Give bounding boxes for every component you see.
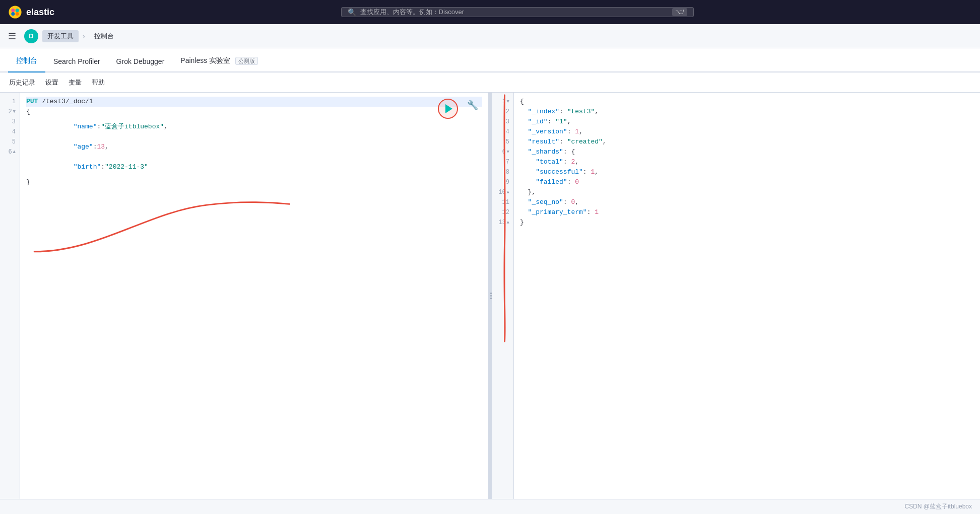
variables-button[interactable]: 变量 [68, 76, 83, 89]
settings-button[interactable]: 设置 [44, 76, 59, 89]
code-line-3: "name":"蓝盒子itbluebox", [26, 117, 482, 137]
history-button[interactable]: 历史记录 [8, 76, 36, 89]
svg-point-0 [9, 6, 21, 18]
run-button[interactable] [438, 99, 458, 119]
code-line-1: PUT /test3/_doc/1 [26, 97, 482, 107]
svg-point-4 [16, 12, 19, 16]
footer: CSDN @蓝盒子itbluebox [0, 499, 980, 514]
code-line-2: { [26, 107, 482, 117]
editor-code-area[interactable]: PUT /test3/_doc/1 { "name":"蓝盒子itbluebox… [20, 93, 488, 499]
breadcrumb-bar: ☰ D 开发工具 › 控制台 [0, 24, 980, 48]
tab-console[interactable]: 控制台 [8, 56, 45, 72]
tab-grok-debugger[interactable]: Grok Debugger [108, 57, 173, 72]
response-line-numbers: 1 ▼ 2 3 4 5 6 ▼ 7 8 9 10 ▲ 11 12 13 ▲ [492, 93, 514, 499]
svg-point-3 [11, 12, 15, 16]
main-content: 1 2 ▼ 3 4 5 6 ▲ PUT /test3/_doc/1 { "nam… [0, 93, 980, 499]
code-line-5: "birth":"2022-11-3" [26, 157, 482, 177]
editor-line-numbers: 1 2 ▼ 3 4 5 6 ▲ [0, 93, 20, 499]
code-line-4: "age":13, [26, 137, 482, 157]
user-avatar[interactable]: D [24, 29, 38, 43]
breadcrumb-devtools[interactable]: 开发工具 [42, 30, 79, 42]
breadcrumb-separator: › [83, 32, 85, 40]
svg-point-1 [11, 9, 15, 12]
play-icon [445, 104, 452, 113]
beta-badge: 公测版 [235, 57, 258, 65]
search-shortcut: ⌥/ [672, 8, 687, 16]
svg-point-2 [16, 9, 19, 12]
editor-panel[interactable]: 1 2 ▼ 3 4 5 6 ▲ PUT /test3/_doc/1 { "nam… [0, 93, 490, 499]
tab-navigation: 控制台 Search Profiler Grok Debugger Painle… [0, 48, 980, 72]
settings-icon[interactable]: 🔧 [467, 100, 478, 111]
global-search[interactable]: 🔍 查找应用、内容等。例如：Discover ⌥/ [341, 7, 694, 17]
hamburger-menu[interactable]: ☰ [8, 31, 16, 42]
tab-painless-lab[interactable]: Painless 实验室 公测版 [172, 56, 266, 72]
top-bar: elastic 🔍 查找应用、内容等。例如：Discover ⌥/ [0, 0, 980, 24]
response-panel: 1 ▼ 2 3 4 5 6 ▼ 7 8 9 10 ▲ 11 12 13 ▲ { … [492, 93, 980, 499]
elastic-logo[interactable]: elastic [8, 5, 54, 19]
search-placeholder: 查找应用、内容等。例如：Discover [360, 8, 465, 17]
help-button[interactable]: 帮助 [91, 76, 106, 89]
search-icon: 🔍 [348, 8, 356, 16]
tab-search-profiler[interactable]: Search Profiler [45, 57, 108, 72]
logo-text: elastic [26, 7, 54, 18]
breadcrumb-console[interactable]: 控制台 [89, 30, 119, 42]
code-line-6: } [26, 177, 482, 187]
footer-credit: CSDN @蓝盒子itbluebox [904, 502, 972, 511]
console-toolbar: 历史记录 设置 变量 帮助 [0, 72, 980, 93]
response-code-area: { "_index": "test3", "_id": "1", "_versi… [514, 93, 980, 499]
